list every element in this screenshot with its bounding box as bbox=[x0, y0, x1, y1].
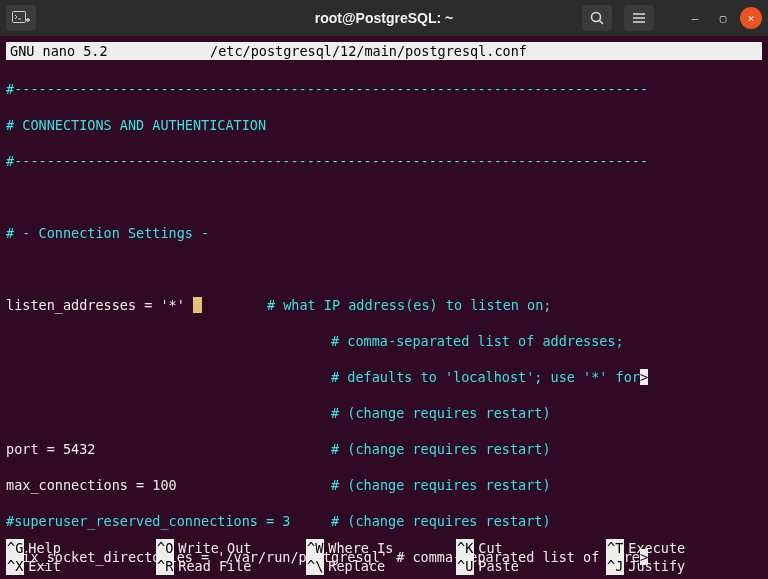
editor-line: # - Connection Settings - bbox=[6, 224, 762, 242]
editor-line bbox=[6, 188, 762, 206]
shortcut-justify[interactable]: ^JJustify bbox=[606, 557, 756, 575]
line-text: port = 5432 bbox=[6, 441, 95, 457]
shortcut-key: ^T bbox=[606, 539, 624, 557]
maximize-button[interactable]: ▢ bbox=[712, 7, 734, 29]
editor-line: #superuser_reserved_connections = 3 # (c… bbox=[6, 512, 762, 530]
shortcut-row: ^GHelp ^OWrite Out ^WWhere Is ^KCut ^TEx… bbox=[6, 539, 762, 557]
shortcut-execute[interactable]: ^TExecute bbox=[606, 539, 756, 557]
terminal-plus-icon bbox=[12, 11, 30, 25]
new-tab-button[interactable] bbox=[6, 5, 36, 31]
editor-line: #---------------------------------------… bbox=[6, 152, 762, 170]
overflow-marker: > bbox=[640, 369, 648, 385]
svg-line-5 bbox=[600, 21, 604, 25]
nano-file-path: /etc/postgresql/12/main/postgresql.conf bbox=[210, 42, 758, 60]
shortcut-label: Help bbox=[28, 539, 61, 557]
shortcut-key: ^R bbox=[156, 557, 174, 575]
search-icon bbox=[590, 11, 604, 25]
shortcut-label: Exit bbox=[28, 557, 61, 575]
editor-line: # (change requires restart) bbox=[6, 404, 762, 422]
close-button[interactable]: × bbox=[740, 7, 762, 29]
line-text: max_connections = 100 bbox=[6, 477, 177, 493]
shortcut-exit[interactable]: ^XExit bbox=[6, 557, 156, 575]
window-titlebar: root@PostgreSQL: ~ — ▢ × bbox=[0, 0, 768, 36]
titlebar-right: — ▢ × bbox=[582, 5, 762, 31]
cursor bbox=[193, 297, 202, 313]
shortcut-label: Justify bbox=[628, 557, 685, 575]
minimize-button[interactable]: — bbox=[684, 7, 706, 29]
shortcut-row: ^XExit ^RRead File ^\Replace ^UPaste ^JJ… bbox=[6, 557, 762, 575]
shortcut-writeout[interactable]: ^OWrite Out bbox=[156, 539, 306, 557]
editor-line: # comma-separated list of addresses; bbox=[6, 332, 762, 350]
minimize-icon: — bbox=[692, 12, 699, 25]
line-comment: # (change requires restart) bbox=[177, 477, 551, 493]
shortcut-label: Read File bbox=[178, 557, 251, 575]
shortcut-key: ^\ bbox=[306, 557, 324, 575]
maximize-icon: ▢ bbox=[720, 12, 727, 25]
shortcut-key: ^K bbox=[456, 539, 474, 557]
shortcut-key: ^W bbox=[306, 539, 324, 557]
hamburger-menu-button[interactable] bbox=[624, 5, 654, 31]
search-button[interactable] bbox=[582, 5, 612, 31]
shortcut-key: ^U bbox=[456, 557, 474, 575]
shortcut-label: Replace bbox=[328, 557, 385, 575]
nano-header-bar: GNU nano 5.2 /etc/postgresql/12/main/pos… bbox=[6, 42, 762, 60]
editor-line: listen_addresses = '*' # what IP address… bbox=[6, 296, 762, 314]
shortcut-replace[interactable]: ^\Replace bbox=[306, 557, 456, 575]
editor-content[interactable]: #---------------------------------------… bbox=[0, 60, 768, 579]
nano-shortcuts: ^GHelp ^OWrite Out ^WWhere Is ^KCut ^TEx… bbox=[6, 539, 762, 575]
editor-line: max_connections = 100 # (change requires… bbox=[6, 476, 762, 494]
svg-point-4 bbox=[592, 13, 601, 22]
close-icon: × bbox=[748, 12, 755, 25]
titlebar-left bbox=[6, 5, 42, 31]
shortcut-paste[interactable]: ^UPaste bbox=[456, 557, 606, 575]
editor-line: # CONNECTIONS AND AUTHENTICATION bbox=[6, 116, 762, 134]
shortcut-whereis[interactable]: ^WWhere Is bbox=[306, 539, 456, 557]
line-text: listen_addresses = '*' bbox=[6, 297, 193, 313]
shortcut-label: Write Out bbox=[178, 539, 251, 557]
shortcut-cut[interactable]: ^KCut bbox=[456, 539, 606, 557]
shortcut-label: Cut bbox=[478, 539, 502, 557]
editor-line bbox=[6, 260, 762, 278]
line-comment: # (change requires restart) bbox=[95, 441, 550, 457]
shortcut-label: Where Is bbox=[328, 539, 393, 557]
shortcut-help[interactable]: ^GHelp bbox=[6, 539, 156, 557]
shortcut-label: Execute bbox=[628, 539, 685, 557]
nano-app-name: GNU nano 5.2 bbox=[10, 42, 210, 60]
shortcut-key: ^J bbox=[606, 557, 624, 575]
shortcut-key: ^X bbox=[6, 557, 24, 575]
shortcut-readfile[interactable]: ^RRead File bbox=[156, 557, 306, 575]
line-text: # defaults to 'localhost'; use '*' for bbox=[6, 369, 640, 385]
menu-icon bbox=[632, 12, 646, 24]
editor-line: #---------------------------------------… bbox=[6, 80, 762, 98]
editor-line: port = 5432 # (change requires restart) bbox=[6, 440, 762, 458]
shortcut-key: ^G bbox=[6, 539, 24, 557]
shortcut-key: ^O bbox=[156, 539, 174, 557]
svg-rect-0 bbox=[13, 12, 26, 23]
shortcut-label: Paste bbox=[478, 557, 519, 575]
editor-line: # defaults to 'localhost'; use '*' for> bbox=[6, 368, 762, 386]
line-comment: # what IP address(es) to listen on; bbox=[202, 297, 552, 313]
